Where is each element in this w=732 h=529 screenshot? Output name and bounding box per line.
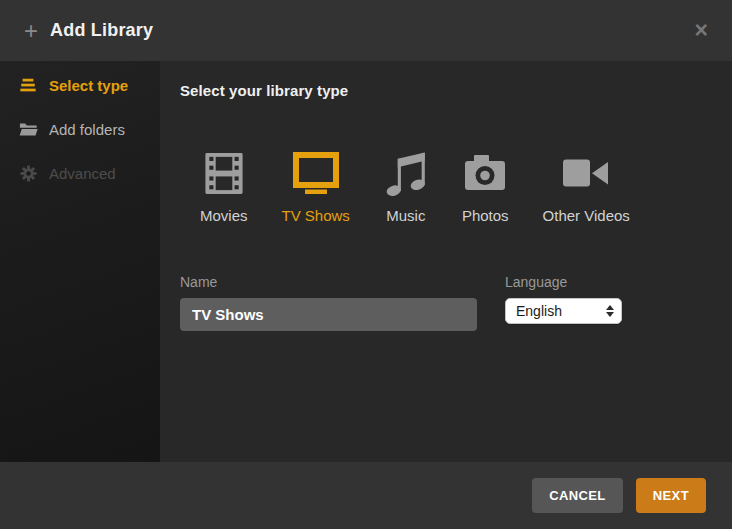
library-type-label: TV Shows	[282, 207, 350, 224]
next-button[interactable]: NEXT	[636, 478, 706, 513]
library-type-movies[interactable]: Movies	[200, 149, 248, 224]
close-icon[interactable]: ×	[695, 19, 708, 42]
folder-icon	[18, 122, 38, 137]
library-type-picker: Movies TV Shows	[200, 149, 712, 224]
library-type-label: Photos	[462, 207, 509, 224]
camera-icon	[463, 149, 507, 197]
add-library-dialog: + Add Library × Select type Add fo	[0, 0, 732, 529]
sidebar-item-select-type[interactable]: Select type	[0, 63, 160, 107]
name-input[interactable]	[180, 298, 477, 331]
sidebar-item-label: Add folders	[49, 121, 125, 138]
sidebar-item-label: Select type	[49, 77, 128, 94]
list-lines-icon	[18, 77, 38, 94]
tv-icon	[292, 149, 340, 197]
sidebar-item-label: Advanced	[49, 165, 116, 182]
content-heading: Select your library type	[180, 82, 712, 99]
music-note-icon	[384, 149, 428, 197]
dialog-title: Add Library	[50, 20, 153, 41]
library-type-label: Movies	[200, 207, 248, 224]
dialog-header: + Add Library ×	[0, 0, 732, 61]
name-field-label: Name	[180, 274, 477, 290]
language-field-label: Language	[505, 274, 622, 290]
library-fields: Name Language English	[180, 274, 712, 331]
language-select-value: English	[516, 303, 606, 319]
film-icon	[201, 149, 247, 197]
cancel-button[interactable]: CANCEL	[532, 478, 623, 513]
sidebar-item-add-folders[interactable]: Add folders	[0, 107, 160, 151]
sidebar-item-advanced: Advanced	[0, 151, 160, 195]
library-type-label: Other Videos	[543, 207, 630, 224]
library-type-photos[interactable]: Photos	[462, 149, 509, 224]
select-stepper-icon	[606, 305, 614, 317]
library-type-other-videos[interactable]: Other Videos	[543, 149, 630, 224]
gear-icon	[18, 165, 38, 182]
library-type-label: Music	[386, 207, 425, 224]
dialog-sidebar: Select type Add folders	[0, 61, 160, 462]
plus-icon: +	[24, 19, 38, 43]
language-select[interactable]: English	[505, 298, 622, 324]
dialog-content: Select your library type	[160, 61, 732, 462]
video-camera-icon	[562, 149, 610, 197]
library-type-music[interactable]: Music	[384, 149, 428, 224]
dialog-footer: CANCEL NEXT	[0, 462, 732, 529]
library-type-tv-shows[interactable]: TV Shows	[282, 149, 350, 224]
